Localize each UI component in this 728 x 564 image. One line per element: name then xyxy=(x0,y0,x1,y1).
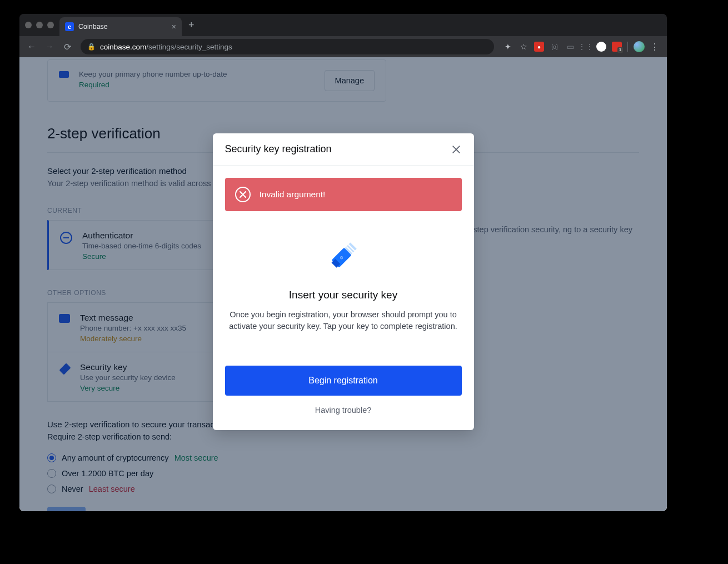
error-icon xyxy=(235,187,251,202)
extension-badge-icon[interactable] xyxy=(612,42,622,52)
coinbase-favicon-icon: c xyxy=(65,22,74,31)
lock-icon: 🔒 xyxy=(87,43,96,51)
address-bar[interactable]: 🔒 coinbase.com/settings/security_setting… xyxy=(81,39,494,54)
browser-titlebar: c Coinbase × + xyxy=(19,14,667,36)
browser-tab[interactable]: c Coinbase × xyxy=(59,17,182,36)
extension-icon[interactable]: ▭ xyxy=(565,42,575,52)
security-key-illustration xyxy=(225,232,462,277)
extension-icon[interactable] xyxy=(596,42,606,52)
modal-description: Once you begin registration, your browse… xyxy=(225,309,462,332)
usb-key-icon xyxy=(321,232,366,277)
window-controls[interactable] xyxy=(25,22,54,28)
modal-title: Security key registration xyxy=(225,143,332,155)
new-tab-button[interactable]: + xyxy=(188,19,195,31)
browser-toolbar: ← → ⟳ 🔒 coinbase.com/settings/security_s… xyxy=(19,36,667,57)
profile-avatar[interactable] xyxy=(634,41,645,52)
url-path: /settings/security_settings xyxy=(146,43,232,51)
modal-heading: Insert your security key xyxy=(225,289,462,301)
begin-registration-button[interactable]: Begin registration xyxy=(225,366,462,396)
close-modal-button[interactable] xyxy=(451,144,462,155)
page-viewport: Keep your primary phone number up-to-dat… xyxy=(19,57,667,511)
extension-icon[interactable]: {o} xyxy=(550,42,560,52)
modal-body: Invalid argument! xyxy=(213,166,474,430)
browser-menu-icon[interactable]: ⋮ xyxy=(650,42,659,52)
reload-button[interactable]: ⟳ xyxy=(59,42,75,52)
maximize-window-icon[interactable] xyxy=(47,22,54,28)
browser-window: c Coinbase × + ← → ⟳ 🔒 coinbase.com/sett… xyxy=(19,14,667,511)
close-tab-icon[interactable]: × xyxy=(172,22,176,31)
forward-button[interactable]: → xyxy=(42,42,57,52)
close-icon xyxy=(451,144,462,155)
error-banner: Invalid argument! xyxy=(225,178,462,211)
divider xyxy=(627,42,628,52)
url-host: coinbase.com xyxy=(100,43,146,51)
close-window-icon[interactable] xyxy=(25,22,32,28)
extensions-icon[interactable]: ✦ xyxy=(503,42,513,52)
back-button[interactable]: ← xyxy=(24,42,39,52)
extensions: ✦ ☆ ● {o} ▭ ⋮⋮ ⋮ xyxy=(500,41,662,52)
tab-title: Coinbase xyxy=(78,23,172,31)
having-trouble-link[interactable]: Having trouble? xyxy=(225,406,462,415)
extension-icon[interactable]: ⋮⋮ xyxy=(581,42,591,52)
bookmark-icon[interactable]: ☆ xyxy=(518,42,528,52)
modal-header: Security key registration xyxy=(213,133,474,166)
error-message: Invalid argument! xyxy=(260,189,326,199)
minimize-window-icon[interactable] xyxy=(36,22,43,28)
settings-page: Keep your primary phone number up-to-dat… xyxy=(19,57,667,511)
security-key-modal: Security key registration Invalid argume… xyxy=(213,133,474,430)
extension-icon[interactable]: ● xyxy=(534,42,544,52)
